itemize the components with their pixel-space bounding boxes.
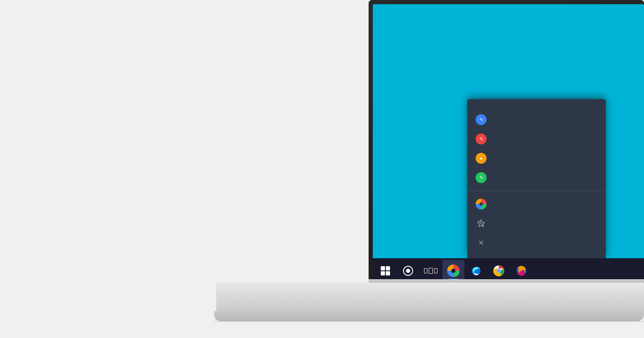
task-view-icon — [424, 268, 437, 274]
edge-icon — [470, 265, 482, 277]
menu-item-feel-red[interactable]: ✎ — [467, 129, 606, 149]
cortana-icon — [403, 266, 413, 276]
close-window-icon — [476, 237, 487, 248]
firefox-button[interactable] — [510, 260, 532, 282]
cortana-button[interactable] — [397, 260, 419, 282]
svg-point-8 — [497, 270, 500, 272]
menu-item-app-shortcuts[interactable] — [467, 194, 606, 214]
laptop-screen-bezel: ✎ ✎ ● ✎ — [369, 0, 644, 283]
context-menu-divider-1 — [467, 191, 606, 191]
laptop-screen-inner: ✎ ✎ ● ✎ — [373, 4, 644, 283]
app-shortcuts-taskbar-button[interactable] — [442, 260, 464, 282]
context-menu: ✎ ✎ ● ✎ — [467, 99, 606, 258]
chrome-icon — [493, 265, 505, 277]
firefox-icon — [516, 265, 527, 277]
laptop-base-bottom — [214, 311, 644, 321]
feel-green-icon: ✎ — [476, 172, 487, 183]
menu-item-feel-blue[interactable]: ✎ — [467, 110, 606, 129]
menu-item-feel-yellow[interactable]: ● — [467, 149, 606, 168]
context-menu-section-label — [467, 105, 606, 110]
feel-red-icon: ✎ — [476, 134, 487, 144]
start-button[interactable] — [374, 260, 396, 282]
feel-yellow-icon: ● — [476, 153, 487, 164]
unpin-icon — [476, 218, 487, 229]
task-view-button[interactable] — [420, 260, 442, 282]
surface-line — [214, 321, 644, 322]
app-shortcuts-icon — [476, 199, 487, 210]
app-shortcuts-taskbar-icon — [447, 265, 460, 277]
feel-blue-icon: ✎ — [476, 114, 487, 125]
laptop-base — [216, 283, 644, 313]
menu-item-unpin[interactable] — [467, 214, 606, 233]
edge-button[interactable] — [465, 260, 487, 282]
menu-item-feel-green[interactable]: ✎ — [467, 168, 606, 187]
windows-logo-icon — [381, 266, 390, 275]
menu-item-close-window[interactable] — [467, 233, 606, 252]
chrome-button[interactable] — [488, 260, 510, 282]
